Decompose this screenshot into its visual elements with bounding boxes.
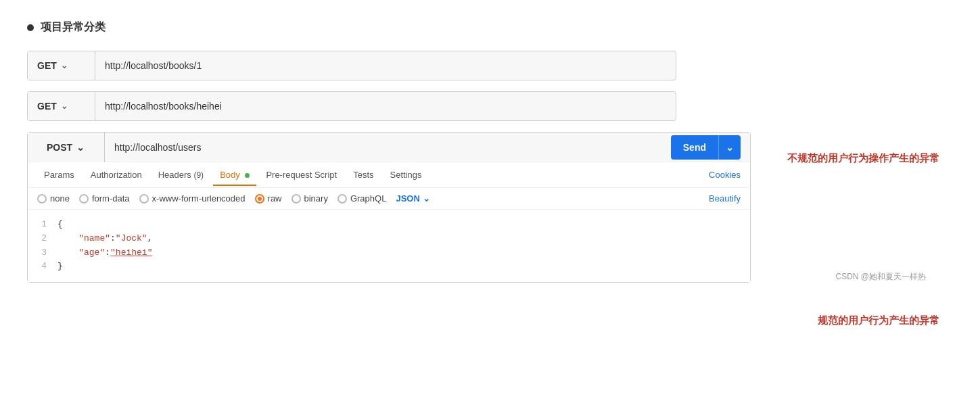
postman-panel: POST ⌄ Send ⌄ Params Authorization Heade… [27, 132, 751, 283]
json-chevron-icon: ⌄ [423, 193, 430, 204]
csdn-footer: CSDN @她和夏天一样热 [835, 271, 926, 283]
request-bar-1: GET ⌄ [27, 51, 676, 80]
request-bar-2: GET ⌄ [27, 91, 676, 121]
radio-urlencoded[interactable] [139, 194, 149, 204]
radio-raw[interactable] [255, 194, 264, 204]
line-number-1: 1 [37, 218, 47, 232]
option-urlencoded[interactable]: x-www-form-urlencoded [139, 193, 246, 204]
beautify-link[interactable]: Beautify [709, 193, 741, 204]
code-content-3: "age":"heihei" [57, 246, 152, 260]
url-input-2[interactable] [95, 101, 676, 112]
code-content-1: { [57, 218, 63, 232]
chevron-down-icon-2: ⌄ [61, 101, 68, 111]
postman-url-input[interactable] [105, 142, 664, 153]
code-content-4: } [57, 260, 63, 274]
cookies-link[interactable]: Cookies [709, 170, 741, 180]
tab-settings[interactable]: Settings [383, 164, 429, 185]
line-number-2: 2 [37, 232, 47, 246]
method-label-1: GET [37, 60, 57, 71]
send-chevron-icon: ⌄ [718, 135, 741, 160]
annotation-irregular: 不规范的用户行为操作产生的异常 [787, 152, 939, 165]
tabs-bar: Params Authorization Headers (9) Body Pr… [28, 162, 750, 188]
chevron-down-icon: ⌄ [61, 61, 68, 70]
option-none[interactable]: none [37, 193, 70, 204]
body-active-dot [245, 173, 250, 178]
option-raw[interactable]: raw [255, 193, 282, 204]
tab-headers[interactable]: Headers (9) [151, 164, 210, 185]
code-line-4: 4 } [37, 260, 741, 274]
option-form-data[interactable]: form-data [79, 193, 130, 204]
headers-badge: (9) [193, 170, 204, 180]
section-title: 项目异常分类 [41, 20, 106, 34]
postman-header: POST ⌄ Send ⌄ [28, 133, 750, 162]
line-number-3: 3 [37, 246, 47, 260]
annotation-regular: 规范的用户行为产生的异常 [818, 314, 939, 327]
radio-graphql[interactable] [337, 194, 347, 204]
method-label-2: GET [37, 101, 57, 112]
code-line-2: 2 "name":"Jock", [37, 232, 741, 246]
send-button[interactable]: Send ⌄ [671, 135, 741, 160]
post-chevron-icon: ⌄ [76, 142, 85, 153]
method-selector-2[interactable]: GET ⌄ [28, 92, 95, 120]
code-line-3: 3 "age":"heihei" [37, 246, 741, 260]
radio-form-data[interactable] [79, 194, 89, 204]
radio-none[interactable] [37, 194, 47, 204]
code-line-1: 1 { [37, 218, 741, 232]
tab-pre-request[interactable]: Pre-request Script [259, 164, 344, 185]
post-method-selector[interactable]: POST ⌄ [37, 133, 105, 162]
send-button-label: Send [671, 142, 718, 153]
body-options-bar: none form-data x-www-form-urlencoded raw… [28, 188, 750, 210]
radio-binary[interactable] [291, 194, 301, 204]
post-method-label: POST [47, 142, 72, 153]
tab-params[interactable]: Params [37, 164, 81, 185]
code-editor[interactable]: 1 { 2 "name":"Jock", 3 "age":"heihei" 4 … [28, 210, 750, 282]
url-input-1[interactable] [95, 60, 676, 71]
tab-authorization[interactable]: Authorization [84, 164, 149, 185]
json-dropdown-button[interactable]: JSON ⌄ [396, 193, 429, 204]
tab-tests[interactable]: Tests [346, 164, 380, 185]
method-selector-1[interactable]: GET ⌄ [28, 51, 95, 80]
option-binary[interactable]: binary [291, 193, 328, 204]
tab-body[interactable]: Body [213, 164, 256, 185]
bullet-icon [27, 24, 34, 31]
url-section: POST ⌄ [37, 133, 664, 162]
line-number-4: 4 [37, 260, 47, 274]
code-content-2: "name":"Jock", [57, 232, 152, 246]
option-graphql[interactable]: GraphQL [337, 193, 386, 204]
